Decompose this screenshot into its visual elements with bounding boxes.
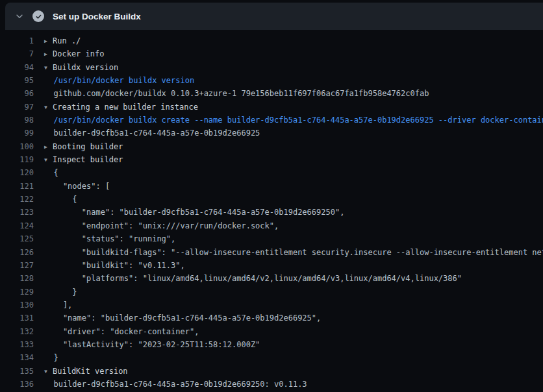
log-line-text: /usr/bin/docker buildx version (44, 76, 194, 85)
log-line: 129 } (0, 286, 543, 299)
line-number[interactable]: 7 (0, 47, 34, 60)
line-number[interactable]: 121 (0, 180, 34, 193)
group-toggle-icon[interactable]: ▼ (44, 154, 53, 167)
log-line-text[interactable]: Docker info (53, 49, 104, 58)
log-line-text: /usr/bin/docker buildx create --name bui… (44, 116, 543, 125)
line-number[interactable]: 126 (0, 246, 34, 259)
log-line-text: "nodes": [ (44, 182, 110, 191)
log-line-text: ], (44, 300, 72, 310)
line-number[interactable]: 123 (0, 206, 34, 219)
group-toggle-icon[interactable]: ▶ (44, 48, 53, 61)
line-number[interactable]: 133 (0, 338, 34, 351)
log-line: 130 ], (0, 299, 543, 312)
log-line: 120 { (0, 166, 543, 179)
line-number[interactable]: 124 (0, 219, 34, 232)
log-line: 125 "status": "running", (0, 232, 543, 245)
line-number[interactable]: 96 (0, 87, 34, 100)
group-toggle-icon[interactable]: ▶ (44, 141, 53, 154)
log-line: 122 { (0, 193, 543, 206)
log-line: 123 "name": "builder-d9cfb5a1-c764-445a-… (0, 206, 543, 219)
log-line-text: "buildkitd-flags": "--allow-insecure-ent… (44, 248, 543, 257)
step-title: Set up Docker Buildx (53, 12, 141, 21)
log-line-text: builder-d9cfb5a1-c764-445a-a57e-0b19d2e6… (44, 129, 260, 138)
group-toggle-icon[interactable]: ▼ (44, 101, 53, 114)
log-line: 95 /usr/bin/docker buildx version (0, 74, 543, 87)
log-line: 131 "name": "builder-d9cfb5a1-c764-445a-… (0, 312, 543, 325)
log-line: 132 "driver": "docker-container", (0, 325, 543, 338)
log-line-text: "platforms": "linux/amd64,linux/amd64/v2… (44, 274, 462, 283)
line-number[interactable]: 122 (0, 193, 34, 206)
line-number[interactable]: 135 (0, 365, 34, 378)
line-number[interactable]: 97 (0, 101, 34, 114)
log-line-text: "status": "running", (44, 234, 175, 243)
log-line-text: "name": "builder-d9cfb5a1-c764-445a-a57e… (44, 313, 321, 323)
log-line-text: } (44, 353, 58, 362)
log-group-row[interactable]: 135▼BuildKit version (0, 365, 543, 378)
line-number[interactable]: 134 (0, 351, 34, 364)
log-line: 136 builder-d9cfb5a1-c764-445a-a57e-0b19… (0, 378, 543, 391)
log-line: 128 "platforms": "linux/amd64,linux/amd6… (0, 272, 543, 285)
log-line: 96 github.com/docker/buildx 0.10.3+azure… (0, 87, 543, 100)
line-number[interactable]: 129 (0, 286, 34, 299)
log-line-text: "driver": "docker-container", (44, 327, 199, 336)
log-line-text: { (44, 168, 58, 177)
log-group-row[interactable]: 1▶Run ./ (0, 34, 543, 47)
group-toggle-icon[interactable]: ▼ (44, 365, 53, 378)
log-line-text: "buildkit": "v0.11.3", (44, 261, 185, 270)
log-line-text: { (44, 195, 77, 204)
line-number[interactable]: 99 (0, 127, 34, 140)
log-line-text: } (44, 288, 77, 297)
check-circle-icon (32, 10, 44, 22)
log-group-row[interactable]: 119▼Inspect builder (0, 153, 543, 166)
log-group-row[interactable]: 94▼Buildx version (0, 61, 543, 74)
log-line-text: "name": "builder-d9cfb5a1-c764-445a-a57e… (44, 208, 344, 217)
log-line: 133 "lastActivity": "2023-02-25T11:58:12… (0, 338, 543, 351)
chevron-down-icon[interactable] (14, 11, 25, 21)
log-line-text[interactable]: Run ./ (53, 36, 81, 45)
log-line-text[interactable]: Creating a new builder instance (53, 103, 198, 112)
line-number[interactable]: 130 (0, 299, 34, 312)
log-line: 98 /usr/bin/docker buildx create --name … (0, 114, 543, 127)
line-number[interactable]: 94 (0, 61, 34, 74)
line-number[interactable]: 131 (0, 312, 34, 325)
step-header[interactable]: Set up Docker Buildx (5, 3, 543, 30)
log-line: 134 } (0, 351, 543, 364)
log-line-text: builder-d9cfb5a1-c764-445a-a57e-0b19d2e6… (44, 380, 307, 389)
group-toggle-icon[interactable]: ▼ (44, 62, 53, 75)
log-line: 99 builder-d9cfb5a1-c764-445a-a57e-0b19d… (0, 127, 543, 140)
line-number[interactable]: 127 (0, 259, 34, 272)
log-line-text[interactable]: Buildx version (53, 63, 118, 72)
log-line-text[interactable]: BuildKit version (53, 367, 128, 376)
log-line-text: github.com/docker/buildx 0.10.3+azure-1 … (44, 89, 429, 98)
line-number[interactable]: 128 (0, 272, 34, 285)
log-line: 127 "buildkit": "v0.11.3", (0, 259, 543, 272)
log-line-text: "lastActivity": "2023-02-25T11:58:12.000… (44, 340, 260, 349)
line-number[interactable]: 98 (0, 114, 34, 127)
log-line-text: "endpoint": "unix:///var/run/docker.sock… (44, 221, 279, 230)
log-line: 124 "endpoint": "unix:///var/run/docker.… (0, 219, 543, 232)
line-number[interactable]: 100 (0, 140, 34, 153)
line-number[interactable]: 1 (0, 34, 34, 47)
log-group-row[interactable]: 7▶Docker info (0, 47, 543, 60)
log-group-row[interactable]: 97▼Creating a new builder instance (0, 101, 543, 114)
log-line-text[interactable]: Inspect builder (53, 155, 123, 164)
line-number[interactable]: 125 (0, 232, 34, 245)
log-line: 126 "buildkitd-flags": "--allow-insecure… (0, 246, 543, 259)
log-output: 1▶Run ./ 7▶Docker info 94▼Buildx version… (0, 30, 543, 392)
line-number[interactable]: 119 (0, 153, 34, 166)
line-number[interactable]: 132 (0, 325, 34, 338)
group-toggle-icon[interactable]: ▶ (44, 35, 53, 48)
log-line: 121 "nodes": [ (0, 180, 543, 193)
log-group-row[interactable]: 100▶Booting builder (0, 140, 543, 153)
line-number[interactable]: 136 (0, 378, 34, 391)
line-number[interactable]: 120 (0, 166, 34, 179)
line-number[interactable]: 95 (0, 74, 34, 87)
log-line-text[interactable]: Booting builder (53, 142, 123, 151)
